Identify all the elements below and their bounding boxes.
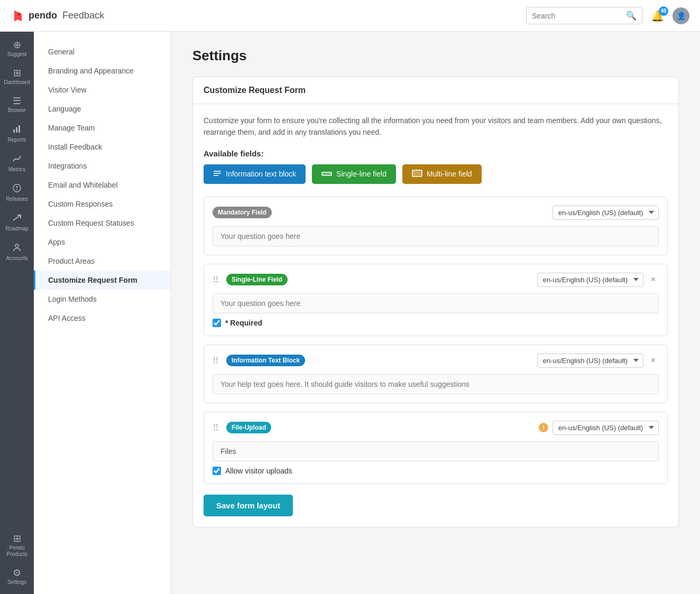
settings-icon: ⚙ [13, 568, 21, 578]
avatar[interactable]: 👤 [673, 7, 689, 24]
sidebar-item-releases[interactable]: Releases [2, 179, 32, 207]
sidebar-item-browse[interactable]: ☰ Browse [2, 92, 32, 118]
product-name: Feedback [62, 10, 104, 21]
reports-label: Reports [7, 137, 26, 143]
add-single-line-button[interactable]: Single-line field [312, 164, 396, 184]
svg-point-7 [15, 244, 19, 247]
sidebar-item-accounts[interactable]: Accounts [2, 238, 32, 266]
single-line-field-block: ⠿ Single-Line Field en-us/English (US) (… [204, 264, 668, 336]
file-upload-lang-select[interactable]: en-us/English (US) (default) [552, 421, 659, 435]
info-block-header: ⠿ Information Text Block en-us/English (… [213, 354, 659, 368]
svg-line-6 [13, 215, 21, 220]
dashboard-label: Dashboard [4, 79, 30, 86]
form-card-header: Customize Request Form [193, 77, 678, 104]
browse-label: Browse [8, 107, 25, 114]
sidebar-item-pendo-products[interactable]: ⊞ Pendo Products [2, 530, 32, 562]
pendo-wordmark: pendo [29, 10, 57, 21]
sidebar-item-general[interactable]: General [34, 42, 171, 61]
file-upload-info-icon: ! [539, 423, 548, 432]
sidebar-item-custom-request-statuses[interactable]: Custom Request Statuses [34, 214, 171, 233]
svg-rect-0 [13, 129, 15, 133]
info-block-btn-label: Information text block [226, 170, 296, 178]
form-description: Customize your form to ensure you're col… [204, 115, 668, 138]
single-line-lang-select[interactable]: en-us/English (US) (default) [537, 273, 643, 287]
pendo-logo: pendo [11, 8, 57, 23]
text-sidebar: General Branding and Appearance Visitor … [34, 32, 171, 594]
sidebar-item-metrics[interactable]: Metrics [2, 150, 32, 177]
single-line-btn-icon [321, 170, 332, 178]
sidebar-item-language[interactable]: Language [34, 99, 171, 118]
sidebar-item-suggest[interactable]: ⊕ Suggest [2, 36, 32, 62]
files-input[interactable] [213, 441, 659, 461]
metrics-label: Metrics [8, 166, 25, 173]
info-block-help-input[interactable] [213, 374, 659, 394]
sidebar-item-customize-request-form[interactable]: Customize Request Form [34, 271, 171, 290]
sidebar-item-product-areas[interactable]: Product Areas [34, 252, 171, 271]
single-line-btn-label: Single-line field [336, 170, 386, 178]
form-card-body: Customize your form to ensure you're col… [193, 104, 678, 527]
sidebar-item-roadmap[interactable]: Roadmap [2, 209, 32, 236]
pendo-products-label: Pendo Products [5, 545, 29, 558]
svg-rect-1 [16, 127, 17, 133]
single-line-lang-wrap: en-us/English (US) (default) × [537, 273, 659, 287]
info-text-block: ⠿ Information Text Block en-us/English (… [204, 345, 668, 403]
customize-request-form-card: Customize Request Form Customize your fo… [192, 77, 679, 527]
mandatory-lang-wrap: en-us/English (US) (default) [552, 206, 659, 220]
sidebar-item-manage-team[interactable]: Manage Team [34, 118, 171, 137]
roadmap-label: Roadmap [5, 226, 28, 232]
sidebar-item-custom-responses[interactable]: Custom Responses [34, 194, 171, 214]
single-line-question-input[interactable] [213, 293, 659, 313]
single-line-badge: Single-Line Field [226, 274, 288, 285]
required-label: * Required [225, 319, 262, 327]
sidebar-item-settings[interactable]: ⚙ Settings [2, 564, 32, 590]
field-buttons: Information text block Single-line field… [204, 164, 668, 184]
info-block-drag-handle[interactable]: ⠿ [213, 356, 219, 366]
svg-rect-11 [322, 172, 331, 175]
sidebar-item-api-access[interactable]: API Access [34, 309, 171, 328]
file-upload-block: ⠿ File-Upload ! en-us/English (US) (defa… [204, 412, 668, 484]
sidebar-item-branding[interactable]: Branding and Appearance [34, 61, 171, 80]
sidebar-item-reports[interactable]: Reports [2, 120, 32, 147]
accounts-icon [12, 243, 22, 254]
browse-icon: ☰ [13, 96, 21, 106]
notification-badge: 46 [659, 6, 668, 16]
sidebar-item-visitor-view[interactable]: Visitor View [34, 80, 171, 99]
sidebar-item-dashboard[interactable]: ⊞ Dashboard [2, 64, 32, 90]
pendo-products-icon: ⊞ [13, 534, 21, 543]
search-bar[interactable]: 🔍 [526, 7, 642, 24]
single-line-drag-handle[interactable]: ⠿ [213, 275, 219, 285]
search-input[interactable] [532, 12, 623, 20]
info-block-btn-icon [213, 170, 222, 178]
settings-label: Settings [7, 579, 26, 586]
sidebar-item-install-feedback[interactable]: Install Feedback [34, 137, 171, 156]
page-title: Settings [192, 48, 679, 64]
accounts-label: Accounts [6, 255, 27, 262]
sidebar-item-apps[interactable]: Apps [34, 233, 171, 252]
required-checkbox[interactable] [213, 319, 221, 327]
svg-point-5 [16, 189, 17, 190]
save-form-layout-button[interactable]: Save form layout [204, 495, 293, 516]
mandatory-block-header: Mandatory Field en-us/English (US) (defa… [213, 206, 659, 220]
file-upload-lang-wrap: ! en-us/English (US) (default) [539, 421, 659, 435]
add-multi-line-button[interactable]: Multi-line field [402, 164, 482, 184]
sidebar-item-login-methods[interactable]: Login Methods [34, 290, 171, 309]
dashboard-icon: ⊞ [13, 68, 21, 78]
allow-uploads-checkbox[interactable] [213, 467, 221, 475]
allow-uploads-label: Allow visitor uploads [225, 467, 292, 475]
reports-icon [12, 124, 22, 135]
single-line-close-button[interactable]: × [648, 274, 659, 285]
info-block-lang-select[interactable]: en-us/English (US) (default) [537, 354, 643, 368]
info-block-close-button[interactable]: × [648, 355, 659, 366]
sidebar-item-integrations[interactable]: Integrations [34, 156, 171, 175]
svg-rect-2 [19, 125, 20, 133]
mandatory-question-input[interactable] [213, 226, 659, 246]
search-icon: 🔍 [626, 11, 637, 21]
notification-bell[interactable]: 🔔 46 [651, 10, 664, 22]
mandatory-lang-select[interactable]: en-us/English (US) (default) [552, 206, 659, 220]
available-fields-label: Available fields: [204, 149, 668, 158]
file-upload-drag-handle[interactable]: ⠿ [213, 423, 219, 433]
sidebar-item-email-whitelabel[interactable]: Email and Whitelabel [34, 175, 171, 194]
multi-line-btn-icon [412, 170, 422, 179]
add-info-block-button[interactable]: Information text block [204, 164, 306, 184]
releases-label: Releases [6, 196, 28, 202]
